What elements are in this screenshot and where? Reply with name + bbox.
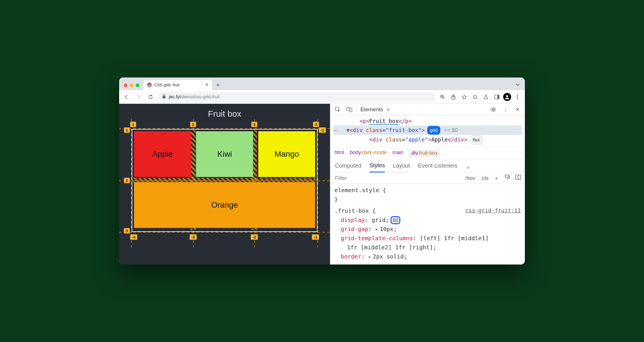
grid-editor-icon[interactable] (391, 216, 400, 224)
svg-rect-23 (397, 220, 398, 222)
tab-event-listeners[interactable]: Event Listeners (418, 162, 457, 172)
kebab-menu-icon[interactable] (513, 92, 522, 102)
rule-source-link[interactable]: css-grid-fruit:11 (465, 206, 521, 215)
svg-point-10 (517, 96, 518, 98)
flex-badge[interactable]: flex (470, 135, 483, 145)
col-label: 1 (130, 122, 136, 127)
extensions-icon[interactable] (471, 92, 480, 102)
grid-cell-apple: Apple (134, 131, 191, 177)
col-label-neg: -4 (130, 234, 137, 240)
close-tab-icon[interactable]: ✕ (205, 83, 209, 87)
window-controls (122, 83, 142, 90)
breadcrumb-item[interactable]: body.dark-mode (350, 150, 387, 157)
prop-display[interactable]: display: grid; (334, 215, 521, 224)
toggle-pane-icon[interactable] (515, 175, 521, 181)
address-bar[interactable]: jec.fyi/demo/css-grid-fruit (158, 92, 435, 102)
new-tab-button[interactable]: ＋ (214, 80, 222, 89)
url-text: jec.fyi/demo/css-grid-fruit (169, 94, 220, 100)
svg-rect-7 (497, 95, 499, 99)
paint-icon[interactable] (504, 174, 510, 182)
svg-rect-21 (393, 220, 394, 222)
col-label-neg: -2 (251, 234, 258, 240)
svg-rect-22 (395, 220, 396, 222)
breadcrumb-item-selected[interactable]: div.fruit-box (409, 150, 440, 157)
styles-body[interactable]: element.style { } css-grid-fruit:11 .fru… (330, 184, 525, 265)
tab-overflow-icon[interactable] (513, 80, 522, 89)
cls-toggle[interactable]: .cls (481, 175, 489, 181)
svg-point-15 (493, 109, 494, 110)
close-devtools-icon[interactable]: ✕ (513, 106, 521, 114)
devtools-panel: Elements » ⋮ ✕ <p>Fruit box</p> ⋯ ▼<div … (330, 104, 525, 265)
inspect-icon[interactable] (334, 106, 342, 114)
grid-badge[interactable]: grid (427, 126, 441, 135)
dom-node-p[interactable]: <p>Fruit box</p> (333, 116, 522, 126)
toolbar-actions (438, 92, 522, 102)
browser-window: 🧑‍🎨 CSS grid- fruit ✕ ＋ jec.fyi/demo/css… (119, 77, 525, 265)
hov-toggle[interactable]: :hov (465, 175, 475, 181)
grid-overlay-wrap: 1 2 3 4 1 2 3 -1 -4 -3 -2 -1 Apple Kiwi … (132, 129, 317, 232)
rendered-page: Fruit box 1 2 3 4 1 (119, 104, 330, 265)
element-style-rule[interactable]: element.style { } (334, 186, 521, 204)
bookmark-icon[interactable] (460, 92, 469, 102)
tab-strip: 🧑‍🎨 CSS grid- fruit ✕ ＋ (119, 77, 525, 90)
maximize-window-button[interactable] (136, 83, 139, 87)
browser-tab[interactable]: 🧑‍🎨 CSS grid- fruit ✕ (143, 80, 212, 90)
prop-grid-template-columns-cont: 1fr [middle2] 1fr [right]; (334, 243, 521, 252)
profile-avatar[interactable] (503, 93, 511, 101)
dom-breadcrumb[interactable]: html body.dark-mode main div.fruit-box (330, 147, 525, 159)
prop-border[interactable]: border: ▸2px solid; (334, 252, 521, 261)
svg-line-2 (443, 98, 445, 99)
svg-point-11 (517, 98, 518, 99)
browser-toolbar: jec.fyi/demo/css-grid-fruit (119, 90, 525, 104)
styles-filter-input[interactable] (334, 175, 460, 182)
kebab-icon[interactable]: ⋮ (501, 106, 509, 114)
labs-icon[interactable] (481, 92, 491, 102)
svg-rect-17 (515, 175, 521, 180)
row-label: 2 (124, 178, 130, 183)
dom-tree[interactable]: <p>Fruit box</p> ⋯ ▼<div class="fruit-bo… (330, 115, 525, 147)
minimize-window-button[interactable] (130, 83, 133, 87)
row-label-neg: -1 (319, 127, 326, 133)
col-label: 2 (190, 122, 196, 127)
reload-button[interactable] (146, 92, 155, 102)
svg-rect-16 (505, 175, 509, 177)
styles-tabs-overflow-icon[interactable]: » (467, 164, 470, 170)
zoom-icon[interactable] (438, 92, 447, 102)
prop-grid-template-columns[interactable]: grid-template-columns: [left] 1fr [middl… (334, 234, 521, 243)
tab-layout[interactable]: Layout (393, 162, 410, 172)
sidepanel-icon[interactable] (492, 92, 501, 102)
close-window-button[interactable] (124, 83, 127, 87)
breadcrumb-item[interactable]: main (392, 150, 403, 157)
col-label: 3 (251, 122, 257, 127)
new-style-button[interactable]: ＋ (494, 174, 499, 182)
devtools-tab-elements[interactable]: Elements (360, 106, 383, 113)
svg-point-9 (517, 95, 518, 96)
device-toggle-icon[interactable] (345, 106, 353, 114)
devtools-topbar: Elements » ⋮ ✕ (330, 104, 525, 115)
dom-node-child[interactable]: <div class="apple">Apple</div>flex (333, 135, 522, 145)
prop-grid-gap[interactable]: grid-gap: ▸10px; (334, 224, 521, 234)
content-area: Fruit box 1 2 3 4 1 (119, 104, 525, 265)
breadcrumb-item[interactable]: html (334, 150, 344, 157)
svg-rect-20 (397, 218, 398, 220)
dom-node-selected[interactable]: ⋯ ▼<div class="fruit-box">grid== $0 (333, 126, 522, 135)
forward-button[interactable] (134, 92, 143, 102)
tab-computed[interactable]: Computed (335, 162, 361, 172)
devtools-tabs-overflow-icon[interactable]: » (387, 106, 390, 113)
page-title: Fruit box (119, 104, 330, 129)
row-label: 3 (124, 228, 130, 234)
grid-cell-orange: Orange (134, 182, 315, 228)
col-label: 4 (313, 122, 319, 127)
share-icon[interactable] (449, 92, 458, 102)
styles-tabstrip: Computed Styles Layout Event Listeners » (330, 159, 525, 173)
svg-rect-0 (163, 96, 165, 98)
row-label: 1 (124, 127, 130, 133)
fruit-grid: Apple Kiwi Mango Orange (132, 129, 317, 232)
tab-styles[interactable]: Styles (369, 162, 385, 172)
svg-rect-14 (350, 108, 352, 112)
lock-icon (162, 94, 166, 100)
fruit-box-rule[interactable]: css-grid-fruit:11 .fruit-box { display: … (334, 206, 521, 261)
back-button[interactable] (122, 92, 131, 102)
tab-title: CSS grid- fruit (154, 83, 179, 87)
gear-icon[interactable] (489, 106, 497, 114)
